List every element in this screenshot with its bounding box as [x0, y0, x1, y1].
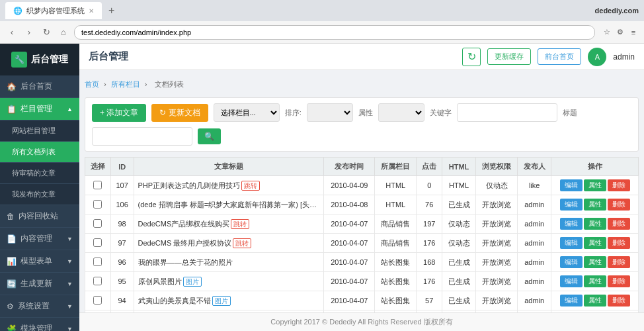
edit-button[interactable]: 编辑 [560, 218, 583, 230]
breadcrumb-sep1: › [104, 80, 108, 88]
row-tag: 跳转 [241, 181, 260, 191]
sidebar-home-label: 后台首页 [20, 81, 52, 92]
breadcrumb-home-link[interactable]: 首页 [85, 80, 99, 88]
sidebar-column-label: 栏目管理 [20, 103, 52, 115]
edit-button[interactable]: 编辑 [560, 256, 583, 268]
breadcrumb-all-columns-link[interactable]: 所有栏目 [111, 80, 140, 88]
row-checkbox[interactable] [93, 258, 102, 266]
table-row: 97DedeCMS 最终用户授权协议跳转2010-04-07商品销售176仅动态… [85, 234, 639, 253]
update-docs-button[interactable]: ↻ 更新文档 [151, 104, 208, 122]
edit-button[interactable]: 编辑 [560, 199, 583, 211]
edit-button[interactable]: 编辑 [560, 295, 583, 307]
row-clicks: 176 [417, 272, 442, 291]
row-author: admin [518, 195, 551, 214]
sidebar-item-site-column[interactable]: 网站栏目管理 [0, 120, 79, 142]
nav-back-button[interactable]: ‹ [5, 26, 19, 39]
recycle-label: 内容回收站 [19, 211, 58, 222]
attr-button[interactable]: 属性 [584, 295, 606, 307]
menu-icon[interactable]: ≡ [628, 27, 639, 38]
sidebar-item-pending[interactable]: 待审稿的文章 [0, 163, 79, 184]
row-date: 2010-04-09 [324, 176, 375, 195]
tab-close-icon[interactable]: ✕ [89, 7, 94, 15]
edit-button[interactable]: 编辑 [560, 275, 583, 287]
row-checkbox[interactable] [93, 200, 102, 209]
row-html: 已生成 [442, 253, 476, 272]
attr-button[interactable]: 属性 [584, 275, 606, 287]
column-icon: 📋 [7, 105, 17, 114]
row-permission: 开放浏览 [476, 214, 518, 234]
column-select[interactable]: 选择栏目... [214, 103, 280, 122]
frontend-home-button[interactable]: 前台首页 [538, 48, 581, 65]
row-column: 站长图集 [375, 272, 417, 291]
keyword-input[interactable] [457, 103, 557, 122]
attr-button[interactable]: 属性 [584, 179, 606, 191]
delete-button[interactable]: 删除 [608, 218, 630, 230]
attr-label: 属性 [358, 108, 373, 118]
attr-button[interactable]: 属性 [584, 237, 606, 249]
row-title: DedeCMS产品绑权在线购买跳转 [134, 214, 324, 234]
address-input[interactable] [74, 25, 595, 40]
title-input[interactable] [92, 127, 192, 146]
delete-button[interactable]: 删除 [608, 237, 630, 249]
save-cache-button[interactable]: 更新缓存 [487, 48, 531, 65]
sidebar-item-my-articles[interactable]: 我发布的文章 [0, 184, 79, 205]
row-id: 95 [110, 272, 134, 291]
attr-button[interactable]: 属性 [584, 218, 606, 230]
sys-arrow-icon: ▼ [67, 303, 73, 310]
sidebar-item-column-mgmt[interactable]: 📋 栏目管理 ▲ [0, 98, 79, 120]
content-area: 后台管理 ↻ 更新缓存 前台首页 A admin 首页 › 所有栏目 › 文档列… [79, 44, 644, 331]
sidebar-item-model-table[interactable]: 📊 模型表单 ▼ [0, 250, 79, 273]
row-author: admin [518, 272, 551, 291]
delete-button[interactable]: 删除 [608, 275, 630, 287]
row-title: DedeCMS 最终用户授权协议跳转 [134, 234, 324, 253]
browser-bar: 🌐 织梦内容管理系统 ✕ + dedediy.com [0, 0, 644, 21]
row-tag: 跳转 [231, 219, 249, 229]
sidebar-item-module-mgmt[interactable]: 🧩 模块管理 ▼ [0, 318, 79, 331]
edit-button[interactable]: 编辑 [560, 179, 583, 191]
settings-icon[interactable]: ⚙ [615, 27, 625, 38]
nav-refresh-button[interactable]: ↻ [40, 26, 53, 39]
browser-tab[interactable]: 🌐 织梦内容管理系统 ✕ [5, 2, 102, 19]
row-title: PHP正则表达式的几则使用技巧跳转 [134, 176, 324, 195]
col-permission: 浏览权限 [476, 158, 518, 176]
add-article-button[interactable]: + 添加文章 [92, 104, 146, 122]
row-title: 原创风景图片图片 [134, 272, 324, 291]
row-checkbox[interactable] [93, 219, 102, 228]
site-column-label: 网站栏目管理 [12, 126, 56, 136]
tab-title: 织梦内容管理系统 [26, 6, 85, 16]
delete-button[interactable]: 删除 [608, 199, 630, 211]
delete-button[interactable]: 删除 [608, 295, 630, 307]
sidebar-item-sys-settings[interactable]: ⚙ 系统设置 ▼ [0, 295, 79, 318]
all-articles-label: 所有文档列表 [12, 147, 56, 157]
row-checkbox[interactable] [93, 296, 102, 305]
col-id: ID [110, 158, 134, 176]
row-actions: 编辑属性删除 [551, 234, 639, 253]
sidebar-item-content-recycle[interactable]: 🗑 内容回收站 [0, 205, 79, 228]
sidebar-item-all-articles[interactable]: 所有文档列表 [0, 142, 79, 163]
topbar-refresh-icon[interactable]: ↻ [462, 48, 481, 66]
delete-button[interactable]: 删除 [608, 179, 630, 191]
edit-button[interactable]: 编辑 [560, 237, 583, 249]
tab-favicon: 🌐 [13, 7, 22, 15]
table-row: 106(dede 招聘启事 标题=织梦大家庭新年招募第一家) [头条 推荐 特荐… [85, 195, 639, 214]
row-checkbox[interactable] [93, 181, 102, 189]
col-select: 选择 [85, 158, 111, 176]
attr-select[interactable] [378, 103, 424, 122]
new-tab-button[interactable]: + [106, 5, 117, 17]
sidebar-item-gen-update[interactable]: 🔄 生成更新 ▼ [0, 273, 79, 295]
search-button[interactable]: 🔍 [198, 128, 221, 144]
nav-forward-button[interactable]: › [22, 26, 36, 39]
sidebar-item-home[interactable]: 🏠 后台首页 [0, 75, 79, 98]
sidebar-item-content-mgmt[interactable]: 📄 内容管理 ▼ [0, 228, 79, 250]
sort-select[interactable] [307, 103, 353, 122]
row-checkbox[interactable] [93, 238, 102, 247]
row-date: 2010-04-07 [324, 234, 375, 253]
gen-arrow-icon: ▼ [67, 281, 73, 287]
attr-button[interactable]: 属性 [584, 256, 606, 268]
browser-toolbar-icons: ☆ ⚙ ≡ [602, 27, 639, 38]
nav-home-button[interactable]: ⌂ [57, 26, 70, 39]
attr-button[interactable]: 属性 [584, 199, 606, 211]
bookmark-icon[interactable]: ☆ [602, 27, 612, 38]
row-checkbox[interactable] [93, 277, 102, 285]
delete-button[interactable]: 删除 [608, 256, 630, 268]
